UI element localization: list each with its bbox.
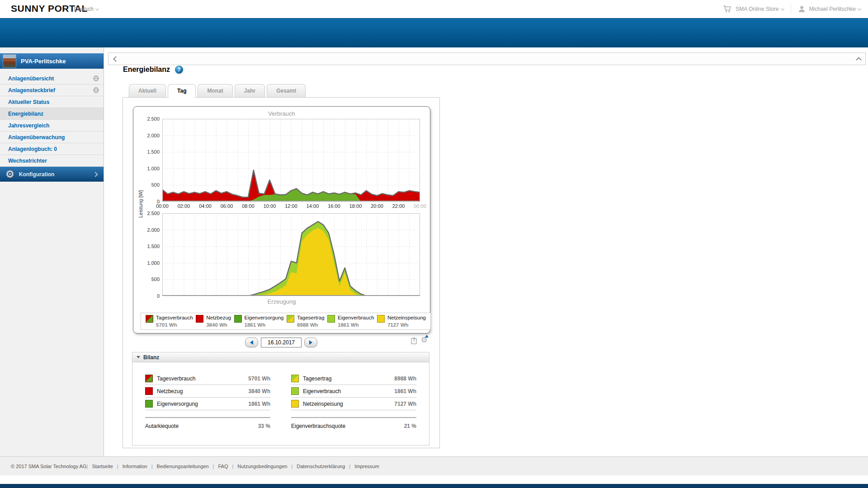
sidebar-item-aktueller-status[interactable]: Aktueller Status [0, 96, 104, 108]
bilanz-header[interactable]: Bilanz [132, 352, 429, 362]
bilanz-quote-row: Autarkiequote33 % [145, 419, 270, 433]
chevron-down-icon [95, 7, 99, 10]
footer-link-information[interactable]: Information [123, 464, 147, 469]
blue-banner [0, 18, 868, 48]
tab-monat[interactable]: Monat [198, 84, 232, 97]
bilanz-swatch-green-light [291, 387, 299, 395]
bilanz-value: 1861 Wh [248, 401, 270, 407]
y-tick-label: 2.000 [139, 227, 160, 233]
x-tick-label: 20:00 [367, 203, 387, 209]
arrow-right-icon [309, 340, 312, 345]
legend-swatch-split-green-yellow [287, 315, 294, 323]
legend-label: Netzeinspeisung [387, 315, 426, 321]
page-title: Energiebilanz [123, 66, 170, 74]
footer: © 2017 SMA Solar Technology AG |Startsei… [0, 456, 868, 475]
footer-separator: | [213, 464, 214, 469]
plant-header[interactable]: PVA-Perlitschke [0, 53, 104, 69]
legend-value: 1861 Wh [338, 322, 374, 328]
chart-export-icon[interactable] [410, 337, 418, 344]
erzeugung-plot: 05001.0001.5002.0002.500 [162, 213, 420, 296]
legend-value: 3840 Wh [206, 322, 231, 328]
legend-label: Eigenversorgung [245, 315, 284, 321]
footer-link-faq[interactable]: FAQ [218, 464, 228, 469]
y-tick-label: 500 [139, 277, 160, 282]
collapse-sidebar-button[interactable] [111, 55, 119, 63]
bilanz-quote-label: Autarkiequote [145, 423, 179, 429]
bilanz-panel: Bilanz Tagesverbrauch5701 WhNetzbezug384… [132, 352, 429, 446]
sidebar-item-anlagensteckbrief[interactable]: Anlagensteckbrief [0, 84, 104, 96]
help-icon[interactable]: ? [175, 66, 183, 74]
bottom-blue-bar [0, 484, 868, 488]
footer-link-startseite[interactable]: Startseite [92, 464, 113, 469]
next-day-button[interactable] [304, 338, 317, 347]
bilanz-row: Tagesverbrauch5701 Wh [145, 372, 270, 385]
legend-swatch-green-dark [234, 315, 242, 323]
arrow-left-icon [250, 340, 253, 345]
sidebar-item-energiebilanz[interactable]: Energiebilanz [0, 108, 104, 120]
sidebar-item-konfiguration[interactable]: ⚙ Konfiguration [0, 167, 104, 182]
legend-swatch-red [196, 315, 203, 323]
user-menu[interactable]: Michael Perlitschke [809, 6, 861, 12]
x-tick-label: 14:00 [303, 203, 323, 209]
scroll-top-button[interactable] [854, 55, 863, 63]
sidebar-item-jahresvergleich[interactable]: Jahresvergleich [0, 120, 104, 131]
sidebar-item-label: Aktueller Status [8, 99, 49, 105]
tab-bar: AktuellTagMonatJahrGesamt [129, 84, 306, 98]
x-tick-label: 02:00 [174, 203, 194, 209]
legend-item: Tagesertrag8988 Wh [287, 315, 325, 328]
tab-aktuell[interactable]: Aktuell [129, 84, 166, 97]
legend-value: 7127 Wh [387, 322, 426, 328]
chart-title-verbrauch: Verbrauch [133, 110, 430, 117]
footer-link-impressum[interactable]: Impressum [354, 464, 379, 469]
x-tick-label: 04:00 [195, 203, 215, 209]
previous-day-button[interactable] [245, 338, 258, 347]
x-tick-label: 00:00 [152, 203, 172, 209]
bilanz-value: 7127 Wh [394, 401, 416, 407]
verbrauch-plot: 05001.0001.5002.0002.50000:0002:0004:000… [162, 119, 420, 202]
sidebar-item-anlagen-berwachung[interactable]: Anlagenüberwachung [0, 131, 104, 143]
x-tick-label: 12:00 [281, 203, 301, 209]
tab-tag[interactable]: Tag [168, 84, 196, 98]
bilanz-separator [291, 417, 416, 418]
sidebar: PVA-Perlitschke AnlagenübersichtAnlagens… [0, 47, 104, 456]
footer-link-nutzungsbedingungen[interactable]: Nutzungsbedingungen [237, 464, 287, 469]
tab-jahr[interactable]: Jahr [235, 84, 265, 97]
chart-settings-icon[interactable]: ⚙ [421, 336, 428, 344]
footer-separator: | [232, 464, 233, 469]
footer-separator: | [151, 464, 153, 469]
sidebar-item-anlagenlogbuch-0[interactable]: Anlagenlogbuch: 0 [0, 143, 104, 155]
bilanz-title: Bilanz [143, 354, 159, 361]
x-tick-label: 10:00 [260, 203, 280, 209]
store-link[interactable]: SMA Online Store [736, 6, 783, 12]
bilanz-row: Netzeinspeisung7127 Wh [291, 398, 416, 410]
bilanz-quote-value: 21 % [404, 423, 416, 429]
footer-separator: | [117, 464, 118, 469]
sidebar-item-anlagen-bersicht[interactable]: Anlagenübersicht [0, 73, 104, 84]
language-selector[interactable]: Deutsch [74, 6, 99, 12]
sidebar-item-label: Anlagenlogbuch: 0 [8, 146, 57, 152]
bilanz-swatch-red [145, 387, 153, 395]
legend-value: 5701 Wh [156, 322, 193, 328]
date-navigation [123, 338, 439, 347]
bilanz-quote-row: Eigenverbrauchsquote21 % [291, 419, 416, 433]
top-header: SUNNY PORTAL Deutsch SMA Online Store Mi… [0, 0, 868, 18]
legend-item: Tagesverbrauch5701 Wh [146, 315, 193, 328]
legend-label: Tagesverbrauch [156, 315, 193, 321]
sidebar-item-wechselrichter[interactable]: Wechselrichter [0, 155, 104, 167]
bilanz-swatch-green-dark [145, 400, 153, 408]
tab-gesamt[interactable]: Gesamt [267, 84, 306, 97]
bilanz-separator [145, 417, 270, 418]
globe-icon [93, 75, 99, 81]
y-tick-label: 500 [139, 182, 160, 188]
legend-swatch-green-light [327, 315, 335, 323]
footer-link-datenschutzerkl-rung[interactable]: Datenschutzerklärung [297, 464, 345, 469]
footer-link-bedienungsanleitungen[interactable]: Bedienungsanleitungen [157, 464, 209, 469]
y-tick-label: 1.000 [139, 260, 160, 266]
bilanz-label: Eigenverbrauch [303, 388, 341, 394]
footer-separator: | [291, 464, 292, 469]
y-tick-label: 2.500 [139, 116, 160, 122]
bilanz-swatch-split-green-yellow [291, 375, 299, 382]
chart-canvas [162, 213, 420, 296]
chevron-down-icon [780, 7, 784, 10]
date-input[interactable] [261, 338, 302, 347]
